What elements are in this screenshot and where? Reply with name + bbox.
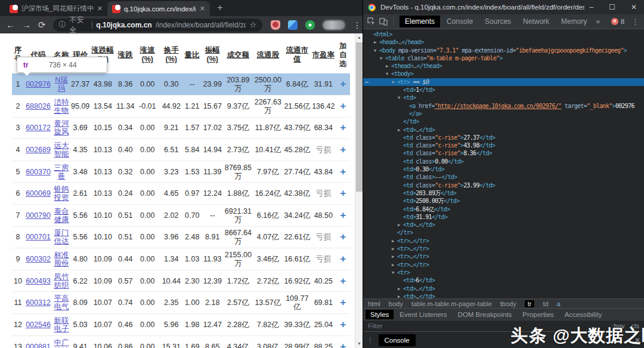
sidebar-tab-properties[interactable]: Properties	[518, 310, 558, 319]
stock-name-link[interactable]: 黄河旋风	[52, 117, 70, 139]
stock-name-link[interactable]: 新联电子	[52, 314, 70, 336]
dom-tree-line[interactable]: <td>0.30</td>	[363, 165, 644, 173]
error-badge[interactable]: ✕ 8	[611, 18, 624, 25]
dom-tree-line[interactable]: <td class>--</td>	[363, 173, 644, 181]
table-row[interactable]: 12002546新联电子5.0310.070.460.005.961.9812.…	[12, 314, 350, 336]
stock-name-link[interactable]: 中广核技	[52, 335, 70, 348]
back-icon[interactable]: ←	[6, 20, 15, 29]
table-row[interactable]: 11600312平高电气8.0910.070.740.002.351.002.1…	[12, 292, 350, 314]
browser-tab-2-active[interactable]: q.10jqka.com.cn/index/index/… ✕	[107, 1, 210, 16]
new-tab-button[interactable]: +	[217, 2, 223, 14]
sidebar-tab-styles[interactable]: Styles	[366, 310, 394, 319]
dom-tree-line[interactable]: <a href="http://stockpage.10jqka.com.cn/…	[363, 102, 644, 110]
stock-code-link[interactable]: 002546	[24, 314, 52, 336]
maximize-button[interactable]: ☐	[609, 3, 615, 11]
expand-arrow-open-icon[interactable]: ▼	[386, 70, 388, 78]
stock-code-link[interactable]: 000701	[24, 226, 52, 248]
table-row[interactable]: 7000790泰合健康5.5610.100.510.002.020.70--69…	[12, 205, 350, 227]
devtools-tab-sources[interactable]: Sources	[479, 16, 516, 27]
stock-code-link[interactable]: 000790	[24, 205, 52, 227]
expand-arrow-open-icon[interactable]: ▼	[374, 47, 376, 55]
stock-name-link[interactable]: 凤竹纺织	[52, 270, 70, 292]
reload-icon[interactable]: ⟳	[38, 20, 46, 29]
shield-extension-icon[interactable]	[271, 20, 280, 30]
dom-tree-line[interactable]: <html>	[363, 30, 644, 38]
dom-tree-line[interactable]: </tr>	[363, 229, 644, 236]
stock-name-link[interactable]: 银鸽投资	[52, 183, 70, 205]
dom-tree-line[interactable]: <td class="c-rise">27.37</td>	[363, 134, 644, 141]
breadcrumb-item-a[interactable]: a	[557, 300, 561, 307]
breadcrumb-item-td[interactable]: td	[543, 300, 548, 307]
column-header-13[interactable]: 市盈率	[311, 36, 336, 73]
dom-tree-line[interactable]: </td>	[363, 118, 644, 125]
drawer-menu-icon[interactable]: ⋮	[367, 336, 374, 344]
stock-name-link[interactable]: 泰合健康	[52, 205, 70, 227]
breadcrumb-item-body[interactable]: body	[389, 300, 403, 307]
blue-extension-icon[interactable]	[288, 20, 298, 30]
table-row[interactable]: 9600302标准股份4.8010.090.440.001.341.0311.9…	[12, 248, 350, 270]
stock-code-link[interactable]: 002689	[24, 139, 52, 161]
expand-arrow-closed-icon[interactable]: ▶	[374, 39, 376, 47]
expand-arrow-closed-icon[interactable]: ▶	[398, 221, 400, 229]
green-extension-icon[interactable]	[305, 20, 315, 30]
device-toolbar-icon[interactable]	[379, 17, 388, 26]
dom-tree-line[interactable]: <td>2500.00万</td>	[363, 197, 644, 205]
dom-tree-line[interactable]: <td>31.91</td>	[363, 213, 644, 221]
dom-tree-line[interactable]: <td class="c-rise">8.36</td>	[363, 149, 644, 157]
dom-tree-line[interactable]: ▶<td>…</td>	[363, 221, 644, 229]
dom-tree-line[interactable]: ▼<tbody>	[363, 70, 644, 78]
dom-tree-line[interactable]: <td>1</td>	[363, 86, 644, 94]
close-button[interactable]: ✕	[631, 3, 637, 11]
stock-name-link[interactable]: 标准股份	[52, 248, 70, 270]
expand-arrow-open-icon[interactable]: ▼	[392, 79, 394, 87]
dom-tree-line[interactable]: <td>6</td>	[363, 276, 644, 284]
table-row[interactable]: 4002689远大智能4.3510.130.400.006.515.8414.9…	[12, 139, 350, 161]
table-row[interactable]: 5600370三房巷3.4810.130.320.003.231.5311.39…	[12, 161, 350, 183]
dom-tree-line[interactable]: ▶<tr>…</tr>	[363, 245, 644, 252]
add-to-watchlist-button[interactable]: +	[336, 226, 350, 248]
add-to-watchlist-button[interactable]: +	[336, 183, 350, 205]
sidebar-tab-accessibility[interactable]: Accessibility	[560, 310, 607, 319]
column-header-10[interactable]: 成交额	[224, 36, 252, 73]
dom-tree-line[interactable]: ▶<head>…</head>	[363, 38, 644, 46]
stock-code-link[interactable]: 000881	[24, 335, 52, 348]
add-to-watchlist-button[interactable]: +	[336, 205, 350, 227]
stock-name-link[interactable]: 洁特生物	[52, 96, 70, 118]
stock-code-link[interactable]: 600370	[24, 161, 52, 183]
add-to-watchlist-button[interactable]: +	[336, 96, 350, 118]
stock-code-link[interactable]: 600172	[24, 117, 52, 139]
dom-tree-line[interactable]: ▶<tr>…</tr>	[363, 237, 644, 245]
add-to-watchlist-button[interactable]: +	[336, 292, 350, 314]
stock-code-link[interactable]: 688026	[24, 96, 52, 118]
more-tabs-icon[interactable]: »	[596, 17, 600, 26]
breadcrumb-item-html[interactable]: html	[368, 300, 380, 307]
dom-tree-line[interactable]: <td class="c-rise">43.98</td>	[363, 141, 644, 149]
dom-tree-line[interactable]: ▶<tr>…</tr>	[363, 252, 644, 260]
browser-menu-icon[interactable]: ⋮	[353, 20, 361, 30]
address-bar[interactable]: ⓘ 不安全 q.10jqka.com.cn /index/index/board…	[53, 19, 262, 32]
dom-tree-line[interactable]: <td class>0.00</td>	[363, 158, 644, 165]
inspect-element-icon[interactable]	[367, 17, 376, 26]
minimize-button[interactable]: –	[589, 3, 593, 11]
breadcrumb-item-tr[interactable]: tr	[525, 300, 535, 307]
stock-name-link[interactable]: 三房巷	[52, 161, 70, 183]
dom-tree-line[interactable]: ▶<thead>…</thead>	[363, 62, 644, 70]
styles-filter-input[interactable]: Filter	[368, 322, 382, 329]
column-header-8[interactable]: 量比	[183, 36, 201, 73]
forward-icon[interactable]: →	[22, 20, 31, 29]
stock-code-link[interactable]: 002976	[24, 73, 52, 96]
tab-close-icon[interactable]: ✕	[200, 5, 205, 13]
column-header-12[interactable]: 流通市值	[283, 36, 311, 73]
add-to-watchlist-button[interactable]: +	[336, 117, 350, 139]
expand-arrow-open-icon[interactable]: ▼	[380, 55, 382, 63]
sidebar-tab-event-listeners[interactable]: Event Listeners	[395, 310, 451, 319]
info-icon[interactable]: ⓘ	[59, 20, 66, 30]
dom-tree-line[interactable]: ▼<table class="m-table m-pager-table">	[363, 54, 644, 62]
table-row[interactable]: 3600172黄河旋风3.6910.150.340.009.211.5717.0…	[12, 117, 350, 139]
dom-tree-line[interactable]: ▼<body mpa-version="7.3.1" mpa-extension…	[363, 47, 644, 54]
breadcrumb-item-tbody[interactable]: tbody	[500, 300, 516, 307]
devtools-tab-elements[interactable]: Elements	[400, 16, 440, 27]
stock-code-link[interactable]: 600302	[24, 248, 52, 270]
stock-code-link[interactable]: 600312	[24, 292, 52, 314]
expand-arrow-closed-icon[interactable]: ▶	[392, 261, 394, 269]
